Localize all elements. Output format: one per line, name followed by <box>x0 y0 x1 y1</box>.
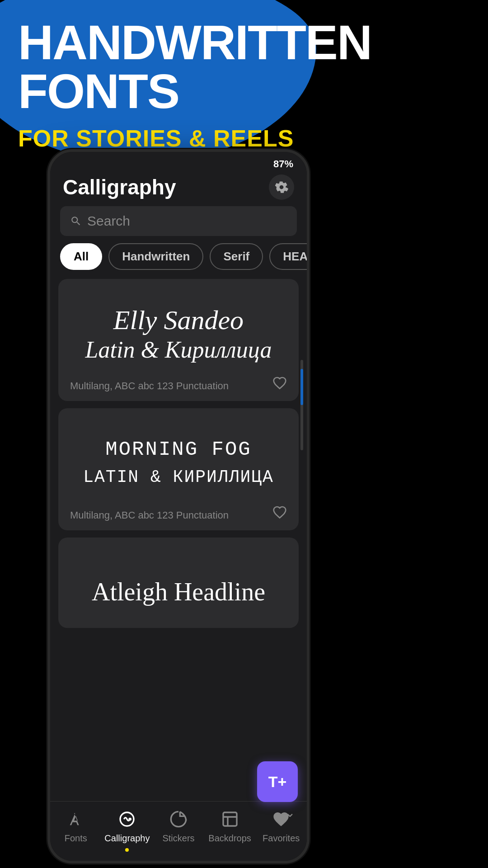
stickers-icon <box>169 810 188 828</box>
favorite-button-2[interactable] <box>271 503 289 521</box>
hero-title: HANDWRITTEN FONTS <box>18 18 371 116</box>
bottom-nav: Fonts Calligraphy <box>50 801 307 861</box>
heart-icon-2 <box>272 505 287 519</box>
app-header: Calligraphy <box>50 170 307 206</box>
gear-icon <box>275 180 288 194</box>
active-nav-dot <box>125 848 129 852</box>
nav-item-backdrops[interactable]: Backdrops <box>204 808 256 852</box>
phone-screen: 87% Calligraphy Search All <box>50 152 307 861</box>
nav-item-calligraphy[interactable]: Calligraphy <box>102 808 153 852</box>
font-cards-list: Elly Sandeo Latin & Кириллица Multilang,… <box>50 279 307 801</box>
status-bar: 87% <box>50 152 307 170</box>
font-card-preview-1: Elly Sandeo Latin & Кириллица <box>70 292 287 374</box>
phone-wrapper: 87% Calligraphy Search All <box>47 149 310 863</box>
nav-label-backdrops: Backdrops <box>208 833 251 844</box>
font-name-script-1: Elly Sandeo <box>113 304 244 336</box>
settings-button[interactable] <box>269 175 294 200</box>
font-card-2[interactable]: MORNING FOG LATIN & КИРИЛЛИЦА Multilang,… <box>58 408 299 530</box>
chevron-down-icon: ⌄ <box>285 805 295 820</box>
nav-label-favorites: Favorites <box>263 833 300 844</box>
nav-label-fonts: Fonts <box>65 833 87 844</box>
app-title: Calligraphy <box>63 175 176 199</box>
backdrops-nav-icon <box>219 808 241 830</box>
favorite-button-1[interactable] <box>271 374 289 392</box>
font-name-script-1b: Latin & Кириллица <box>85 336 272 363</box>
calligraphy-icon <box>118 810 136 828</box>
font-name-headline-2b: LATIN & КИРИЛЛИЦА <box>83 466 274 488</box>
nav-label-stickers: Stickers <box>162 833 194 844</box>
stickers-nav-icon <box>167 808 190 830</box>
font-meta-1: Multilang, ABC abc 123 Punctuation <box>70 380 287 392</box>
hero-subtitle: FOR STORIES & REELS <box>18 125 371 152</box>
filter-tab-serif[interactable]: Serif <box>210 243 263 270</box>
font-card-1[interactable]: Elly Sandeo Latin & Кириллица Multilang,… <box>58 279 299 401</box>
nav-item-fonts[interactable]: Fonts <box>50 808 102 852</box>
search-placeholder: Search <box>87 213 130 229</box>
nav-item-stickers[interactable]: Stickers <box>153 808 204 852</box>
fab-label: T+ <box>268 773 287 791</box>
scroll-indicator <box>300 360 303 450</box>
nav-label-calligraphy: Calligraphy <box>104 833 150 844</box>
font-name-display-3: Atleigh Headline <box>92 577 265 606</box>
font-meta-2: Multilang, ABC abc 123 Punctuation <box>70 509 287 521</box>
font-card-preview-3: Atleigh Headline <box>70 551 287 628</box>
calligraphy-nav-icon <box>116 808 138 830</box>
fonts-nav-icon <box>65 808 87 830</box>
filter-tab-handwritten[interactable]: Handwritten <box>108 243 203 270</box>
font-card-preview-2: MORNING FOG LATIN & КИРИЛЛИЦА <box>70 422 287 503</box>
backdrops-icon <box>221 810 239 828</box>
scroll-thumb <box>300 369 303 405</box>
filter-tab-all[interactable]: All <box>60 243 102 270</box>
nav-item-favorites[interactable]: Favorites <box>255 808 307 852</box>
search-icon <box>70 215 82 227</box>
search-bar[interactable]: Search <box>60 206 297 236</box>
fab-button[interactable]: T+ <box>257 761 298 802</box>
phone-outer: 87% Calligraphy Search All <box>47 149 310 863</box>
font-name-headline-2: MORNING FOG <box>105 437 251 462</box>
svg-point-1 <box>129 818 131 820</box>
hero-text-block: HANDWRITTEN FONTS FOR STORIES & REELS <box>18 18 371 152</box>
filter-tabs: All Handwritten Serif HEADLINE <box>50 243 307 279</box>
battery-indicator: 87% <box>273 158 293 170</box>
fonts-icon <box>67 810 85 828</box>
filter-tab-headline[interactable]: HEADLINE <box>269 243 307 270</box>
heart-icon-1 <box>272 376 287 390</box>
font-card-3[interactable]: Atleigh Headline <box>58 538 299 628</box>
svg-rect-2 <box>223 812 237 826</box>
